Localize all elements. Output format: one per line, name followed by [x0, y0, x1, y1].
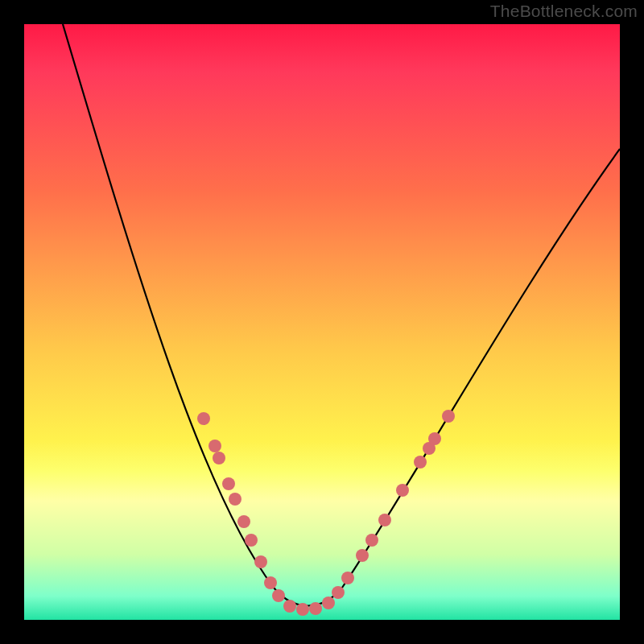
marker-dot — [237, 515, 250, 528]
marker-dot — [213, 452, 225, 464]
marker-dot — [356, 549, 369, 562]
marker-dot — [365, 534, 378, 547]
marker-dot — [442, 410, 455, 423]
plot-area — [24, 24, 620, 620]
marker-dot — [378, 514, 391, 526]
marker-dot — [428, 432, 441, 445]
marker-dot — [254, 555, 267, 568]
marker-dot — [208, 440, 221, 452]
marker-dot — [414, 456, 427, 469]
chart-frame: TheBottleneck.com — [0, 0, 644, 644]
marker-dot — [396, 484, 409, 497]
curve-svg — [24, 24, 620, 620]
marker-dot — [272, 589, 285, 602]
marker-dot — [322, 597, 335, 609]
marker-dot — [296, 603, 309, 616]
marker-dot — [245, 534, 258, 547]
marker-dot — [197, 412, 210, 425]
marker-dot — [222, 477, 235, 490]
marker-dot — [332, 586, 345, 599]
watermark-text: TheBottleneck.com — [490, 2, 638, 21]
marker-dot — [309, 602, 322, 615]
marker-dot — [229, 493, 242, 506]
bottleneck-curve-path — [63, 24, 620, 606]
marker-dot — [264, 576, 277, 589]
marker-dot — [341, 572, 354, 584]
marker-dot — [283, 600, 296, 613]
